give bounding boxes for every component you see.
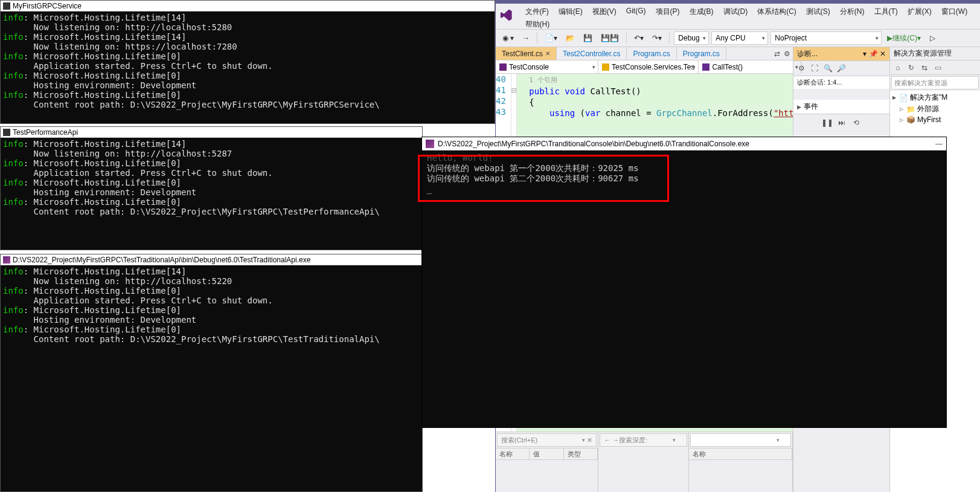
terminal-title: MyFirstGRPCService xyxy=(13,2,82,10)
menu-git[interactable]: Git(G) xyxy=(621,5,651,18)
zoom-in-icon[interactable]: 🔍 xyxy=(822,63,833,74)
menu-build[interactable]: 生成(B) xyxy=(685,5,719,18)
terminal-title-bar[interactable]: TestPerformanceApi xyxy=(1,127,422,138)
col-name[interactable]: 名称 xyxy=(689,448,792,459)
menu-debug[interactable]: 调试(D) xyxy=(719,5,753,18)
solution-project[interactable]: ▷📦MyFirst xyxy=(891,115,979,125)
overlay-title: D:\VS2022_Project\MyFirstGRPC\Trandition… xyxy=(438,140,749,148)
depth-select[interactable]: ← → 搜索深度: xyxy=(600,433,687,447)
tab-program2[interactable]: Program.cs xyxy=(677,47,726,60)
platform-select[interactable]: Any CPU xyxy=(711,31,768,45)
config-select[interactable]: Debug xyxy=(674,31,709,45)
close-icon[interactable]: ✕ xyxy=(545,50,550,57)
step-icon[interactable]: ⏭ xyxy=(836,117,847,128)
startup-project-select[interactable]: NoProject xyxy=(770,31,882,45)
watch-empty xyxy=(690,433,791,447)
sync-icon[interactable]: ⇆ xyxy=(919,62,930,73)
separator xyxy=(537,33,537,44)
zoom-out-icon[interactable]: 🔎 xyxy=(836,63,847,74)
menu-edit[interactable]: 编辑(E) xyxy=(554,5,588,18)
save-button[interactable]: 💾 xyxy=(580,31,595,45)
undo-button[interactable]: ↶▾ xyxy=(631,31,647,45)
namespace-icon xyxy=(602,63,609,71)
expand-icon[interactable]: ▶ xyxy=(797,104,801,110)
pause-icon[interactable]: ❚❚ xyxy=(822,117,833,128)
diag-events-row[interactable]: ▶事件 xyxy=(793,100,889,114)
solution-root[interactable]: ▶📄解决方案"M xyxy=(891,92,979,103)
separator xyxy=(669,33,670,44)
menu-file[interactable]: 文件(F) xyxy=(520,5,554,18)
tabs-overflow-icon[interactable]: ⇄ xyxy=(774,50,780,58)
vs-menu-bar: 文件(F) 编辑(E) 视图(V) Git(G) 项目(P) 生成(B) 调试(… xyxy=(496,4,980,29)
separator xyxy=(626,33,627,44)
app-icon xyxy=(3,2,10,10)
terminal-title-bar[interactable]: MyFirstGRPCService xyxy=(1,1,495,11)
editor-breadcrumbs: TestConsole TestConsole.Services.Tes Cal… xyxy=(496,60,793,74)
terminal-title-bar[interactable]: D:\VS2022_Project\MyFirstGRPC\TestTradit… xyxy=(1,254,422,265)
crumb-namespace[interactable]: TestConsole.Services.Tes xyxy=(598,60,699,73)
solution-external[interactable]: ▷📁外部源 xyxy=(891,103,979,115)
solution-search[interactable]: 搜索解决方案资源 xyxy=(891,76,979,89)
close-icon[interactable]: ✕ xyxy=(880,50,886,58)
terminal-output: info: Microsoft.Hosting.Lifetime[14] Now… xyxy=(1,138,422,218)
terminal-output: info: Microsoft.Hosting.Lifetime[14] Now… xyxy=(1,11,495,111)
locals-columns: 名称 值 类型 xyxy=(496,448,598,460)
menu-analyze[interactable]: 分析(N) xyxy=(835,5,870,18)
tab-testclient[interactable]: TestClient.cs✕ xyxy=(496,47,557,60)
menu-test[interactable]: 测试(S) xyxy=(801,5,835,18)
pin-icon[interactable]: ▾ 📌 xyxy=(863,50,877,58)
menu-view[interactable]: 视图(V) xyxy=(588,5,621,18)
overlay-title-bar[interactable]: D:\VS2022_Project\MyFirstGRPC\Trandition… xyxy=(422,137,946,151)
diag-session-label: 诊断会话: 1:4... xyxy=(793,76,889,89)
menu-architecture[interactable]: 体系结构(C) xyxy=(752,5,801,18)
terminal-output: info: Microsoft.Hosting.Lifetime[14] Now… xyxy=(1,265,422,345)
refresh-icon[interactable]: ↻ xyxy=(906,62,917,73)
crumb-method[interactable]: CallTest() xyxy=(699,60,801,73)
method-icon xyxy=(702,63,709,71)
svg-rect-0 xyxy=(499,63,507,71)
diag-controls: ❚❚ ⏭ ⟲ xyxy=(793,114,889,131)
collapse-icon[interactable]: ▭ xyxy=(932,62,943,73)
terminal-title: D:\VS2022_Project\MyFirstGRPC\TestTradit… xyxy=(13,256,310,264)
minimize-icon[interactable]: — xyxy=(935,140,943,148)
vs-toolbar: ◉ ▾ → 📄▾ 📂 💾 💾💾 ↶▾ ↷▾ Debug Any CPU NoPr… xyxy=(496,29,980,47)
left-terminals-region: MyFirstGRPCService info: Microsoft.Hosti… xyxy=(0,0,495,492)
run-without-debug-button[interactable]: ▷ xyxy=(926,31,938,45)
vs-logo-icon xyxy=(499,8,513,22)
menu-window[interactable]: 窗口(W) xyxy=(937,5,972,18)
app-icon xyxy=(3,129,10,136)
svg-rect-2 xyxy=(702,63,709,71)
terminal-title: TestPerformanceApi xyxy=(13,128,78,137)
col-type[interactable]: 类型 xyxy=(564,448,598,459)
app-icon xyxy=(3,256,10,264)
tab-program1[interactable]: Program.cs xyxy=(627,47,676,60)
diag-tab[interactable]: 诊断... ▾ 📌 ✕ xyxy=(793,47,889,60)
bottom-panels: 搜索(Ctrl+E)✕ 名称 值 类型 ← → 搜索深度: 名称 xyxy=(496,432,793,492)
menu-extensions[interactable]: 扩展(X) xyxy=(903,5,937,18)
save-all-button[interactable]: 💾💾 xyxy=(598,31,622,45)
menu-tools[interactable]: 工具(T) xyxy=(870,5,903,18)
reset-icon[interactable]: ⟲ xyxy=(851,117,862,128)
continue-button[interactable]: ▶ 继续(C) ▾ xyxy=(884,31,924,45)
svg-rect-1 xyxy=(602,63,609,71)
terminal-grpc-service: MyFirstGRPCService info: Microsoft.Hosti… xyxy=(0,0,495,124)
locals-search[interactable]: 搜索(Ctrl+E)✕ xyxy=(497,433,597,447)
watch-columns: 名称 xyxy=(689,448,792,460)
open-button[interactable]: 📂 xyxy=(563,31,578,45)
crumb-project[interactable]: TestConsole xyxy=(496,60,598,73)
nav-back-button[interactable]: ◉ ▾ xyxy=(499,31,517,45)
home-icon[interactable]: ⌂ xyxy=(892,62,903,73)
solution-toolbar: ⌂ ↻ ⇆ ▭ xyxy=(890,60,980,75)
col-value[interactable]: 值 xyxy=(530,448,563,459)
zoom-fit-icon[interactable]: ⛶ xyxy=(809,63,820,74)
tab-test2controller[interactable]: Test2Controller.cs xyxy=(557,47,627,60)
menu-project[interactable]: 项目(P) xyxy=(651,5,685,18)
new-project-button[interactable]: 📄▾ xyxy=(542,31,560,45)
diag-timeline xyxy=(793,89,889,100)
nav-forward-button[interactable]: → xyxy=(519,31,533,45)
depth-panel: ← → 搜索深度: xyxy=(598,432,689,492)
redo-button[interactable]: ↷▾ xyxy=(649,31,665,45)
col-name[interactable]: 名称 xyxy=(496,448,530,459)
tabs-gear-icon[interactable]: ⚙ xyxy=(784,50,790,58)
watch-panel: 名称 xyxy=(689,432,793,492)
